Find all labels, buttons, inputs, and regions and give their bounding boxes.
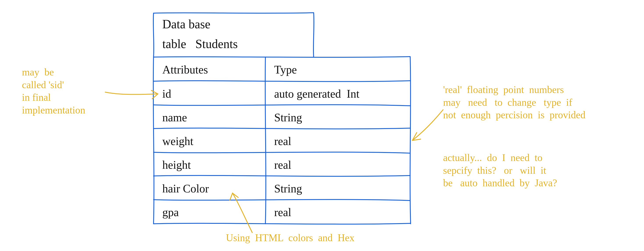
note-sid: may be called 'sid' in final implementat…	[22, 66, 85, 116]
note-real-precision: 'real' floating point numbers may need t…	[443, 83, 586, 121]
header-attributes: Attributes	[162, 62, 208, 77]
row-gpa-type: real	[274, 205, 291, 220]
row-height-type: real	[274, 158, 291, 172]
table-title-line2: table Students	[162, 36, 238, 52]
row-gpa-attr: gpa	[162, 205, 179, 220]
table-title-line1: Data base	[162, 16, 210, 32]
row-id-attr: id	[162, 87, 171, 101]
row-weight-attr: weight	[162, 134, 194, 148]
row-haircolor-type: String	[274, 182, 302, 196]
note-java-question: actually... do I need to sepcify this? o…	[443, 152, 557, 189]
table-lines	[0, 0, 644, 251]
row-haircolor-attr: hair Color	[162, 182, 209, 196]
sketch-canvas: Data base table Students Attributes Type…	[0, 0, 644, 251]
row-name-attr: name	[162, 110, 187, 124]
note-html-colors: Using HTML colors and Hex	[226, 232, 354, 244]
row-name-type: String	[274, 110, 302, 124]
row-weight-type: real	[274, 134, 291, 148]
row-id-type: auto generated Int	[274, 87, 359, 101]
row-height-attr: height	[162, 158, 191, 172]
header-type: Type	[274, 62, 297, 77]
